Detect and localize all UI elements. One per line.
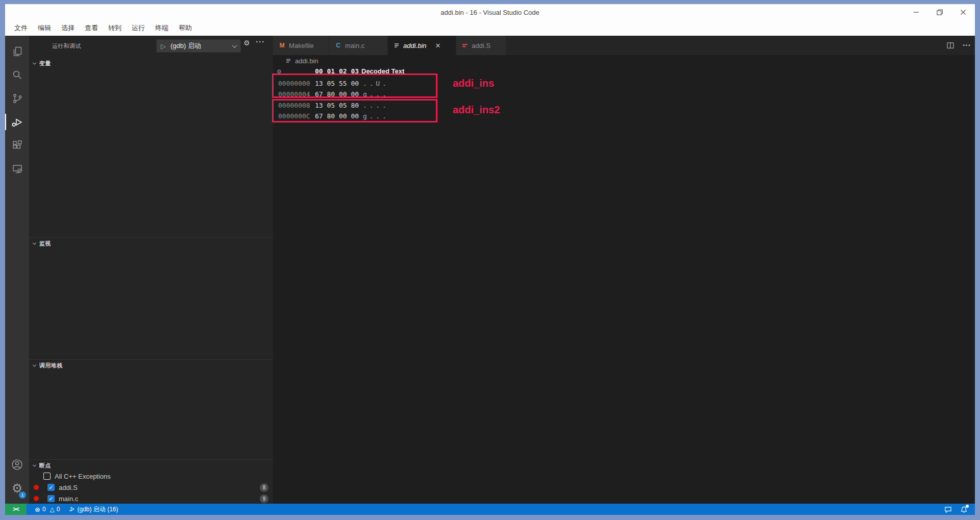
makefile-icon: M	[279, 42, 285, 49]
section-variables-label: 变量	[39, 60, 51, 67]
more-actions-icon[interactable]	[963, 41, 971, 50]
tab-addi-s[interactable]: addi.S	[456, 36, 506, 55]
checkbox-checked[interactable]	[47, 484, 55, 491]
settings-badge: 1	[19, 491, 26, 499]
debug-icon	[68, 506, 76, 513]
problems-status[interactable]: 0 0	[35, 506, 60, 513]
start-debug-icon[interactable]	[161, 42, 166, 50]
minimize-button[interactable]	[904, 4, 928, 20]
line-badge: 9	[260, 494, 268, 503]
menu-bar: 文件 编辑 选择 查看 转到 运行 终端 帮助	[5, 20, 975, 36]
annotation-label-addi-ins: addi_ins	[453, 78, 494, 91]
notification-dot	[966, 505, 969, 508]
remote-indicator[interactable]	[5, 504, 27, 515]
configure-gear-icon[interactable]	[243, 39, 250, 47]
section-watch-label: 监视	[39, 240, 51, 247]
hex-editor: 00 01 02 03 Decoded Text 00000000 13 05 …	[273, 66, 975, 504]
menu-goto[interactable]: 转到	[103, 23, 127, 33]
breakpoint-label: addi.S	[59, 484, 78, 491]
close-button[interactable]	[951, 4, 975, 20]
section-breakpoints[interactable]: 断点	[29, 459, 273, 472]
source-control-icon[interactable]	[5, 87, 29, 110]
vscode-window: addi.bin - 16 - Visual Studio Code 文件 编辑…	[5, 4, 975, 515]
menu-file[interactable]: 文件	[9, 23, 33, 33]
tab-bar: M Makefile C main.c addi.bin	[273, 36, 975, 55]
sidebar-title: 运行和调试	[52, 42, 81, 50]
breakpoint-dot	[34, 485, 39, 490]
section-call-stack[interactable]: 调用堆栈	[29, 359, 273, 372]
tab-makefile[interactable]: M Makefile	[273, 36, 329, 55]
title-bar: addi.bin - 16 - Visual Studio Code	[5, 4, 975, 20]
feedback-icon[interactable]	[944, 506, 952, 513]
warnings-icon	[50, 506, 55, 513]
restore-button[interactable]	[928, 4, 951, 20]
close-tab-icon[interactable]	[435, 42, 441, 49]
breakpoint-row-main-c[interactable]: main.c 9	[29, 493, 273, 504]
section-breakpoints-label: 断点	[39, 462, 51, 469]
search-icon[interactable]	[5, 63, 29, 87]
menu-run[interactable]: 运行	[127, 23, 150, 33]
binary-file-icon	[394, 42, 400, 48]
tab-addi-bin[interactable]: addi.bin	[388, 36, 456, 55]
remote-explorer-icon[interactable]	[5, 157, 29, 181]
debug-status-label: (gdb) 启动 (16)	[78, 505, 118, 514]
breakpoint-row-addi-s[interactable]: addi.S 8	[29, 482, 273, 493]
breakpoint-dot	[34, 496, 39, 501]
status-bar-right	[944, 506, 968, 513]
editor-area: M Makefile C main.c addi.bin	[273, 36, 975, 504]
editor-actions	[946, 36, 971, 55]
status-bar: 0 0 (gdb) 启动 (16)	[5, 504, 975, 515]
activity-bar-bottom: 1	[5, 453, 29, 504]
split-editor-icon[interactable]	[946, 41, 954, 49]
extensions-icon[interactable]	[5, 134, 29, 157]
launch-config-label: (gdb) 启动	[170, 41, 233, 51]
errors-icon	[35, 506, 40, 513]
menu-edit[interactable]: 编辑	[33, 23, 56, 33]
annotation-label-addi-ins2: addi_ins2	[453, 104, 500, 117]
annotation-box-addi-ins	[272, 73, 437, 98]
views-more-icon[interactable]	[256, 37, 265, 46]
tab-main-c[interactable]: C main.c	[329, 36, 388, 55]
warnings-count: 0	[57, 506, 60, 513]
launch-config-dropdown[interactable]: (gdb) 启动	[156, 39, 241, 53]
chevron-down-icon	[232, 43, 237, 48]
run-debug-icon[interactable]	[5, 110, 29, 134]
breakpoint-row-exceptions[interactable]: All C++ Exceptions	[29, 471, 273, 482]
errors-count: 0	[42, 506, 46, 513]
checkbox-checked[interactable]	[47, 495, 55, 502]
notifications-bell-icon[interactable]	[960, 506, 968, 513]
line-badge: 8	[260, 483, 268, 492]
binary-file-icon	[285, 58, 291, 64]
menu-terminal[interactable]: 终端	[150, 23, 174, 33]
window-title: addi.bin - 16 - Visual Studio Code	[440, 9, 539, 16]
debug-status[interactable]: (gdb) 启动 (16)	[68, 505, 118, 514]
breakpoint-label: main.c	[59, 495, 78, 503]
checkbox-unchecked[interactable]	[43, 473, 51, 480]
run-debug-sidebar: 运行和调试 (gdb) 启动 变量 监视 调用堆栈	[29, 36, 273, 504]
c-file-icon: C	[335, 42, 341, 49]
explorer-icon[interactable]	[5, 40, 29, 63]
section-call-stack-label: 调用堆栈	[39, 362, 62, 369]
window-controls	[904, 4, 975, 20]
account-icon[interactable]	[5, 453, 29, 476]
breadcrumb[interactable]: addi.bin	[273, 55, 975, 66]
menu-view[interactable]: 查看	[80, 23, 103, 33]
settings-gear-icon[interactable]: 1	[5, 476, 29, 501]
assembly-file-icon	[462, 42, 468, 48]
section-watch[interactable]: 监视	[29, 237, 273, 250]
menu-help[interactable]: 帮助	[174, 23, 197, 33]
section-variables[interactable]: 变量	[29, 57, 273, 69]
annotation-box-addi-ins2	[272, 99, 437, 122]
menu-selection[interactable]: 选择	[56, 23, 80, 33]
breakpoint-label: All C++ Exceptions	[55, 473, 111, 480]
activity-bar: 1	[5, 36, 29, 504]
breadcrumb-file: addi.bin	[295, 57, 318, 65]
